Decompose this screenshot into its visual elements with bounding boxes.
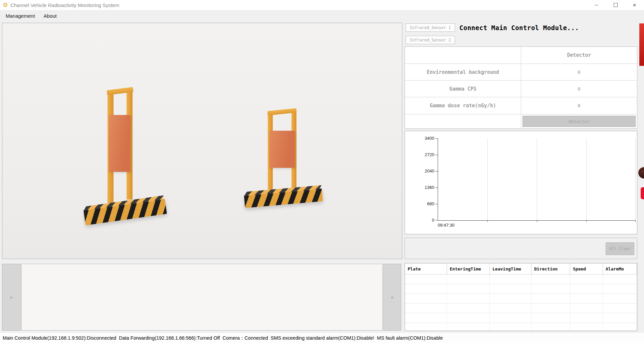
vehicle-cell xyxy=(603,274,637,284)
vehicle-cell xyxy=(603,323,637,331)
vehicle-cell xyxy=(603,313,637,323)
vehicle-cell xyxy=(531,274,570,284)
detector-readings-table: Detector Environmental background 0 Gamm… xyxy=(405,46,637,129)
reading-value: 0 xyxy=(521,64,637,80)
maximize-button[interactable] xyxy=(606,0,625,10)
app-window: ⚙ Channel Vehicle Radioactivity Monitori… xyxy=(0,0,644,343)
chart-y-tick xyxy=(435,188,438,188)
menu-item-about[interactable]: About xyxy=(39,10,61,21)
close-icon: ✕ xyxy=(633,3,636,8)
vehicle-cell xyxy=(603,294,637,303)
vehicle-col-header-entering-time[interactable]: EnteringTime xyxy=(447,263,490,274)
chart-y-tick xyxy=(435,171,438,172)
chart-y-tick-label: 2040 xyxy=(414,168,434,174)
app-gear-icon: ⚙ xyxy=(3,2,8,8)
reading-value: 0 xyxy=(521,97,637,114)
vehicle-cell xyxy=(570,294,603,303)
vehicle-cell xyxy=(570,323,603,331)
vehicle-cell xyxy=(531,294,570,303)
vehicle-table-row xyxy=(405,284,637,294)
vehicle-col-header-speed[interactable]: Speed xyxy=(570,263,603,274)
external-dark-circle xyxy=(638,167,644,179)
detector-hazard-base xyxy=(244,189,323,208)
vehicle-cell xyxy=(405,304,447,313)
chart-x-tick xyxy=(586,220,587,222)
reading-row-label: Environmental background xyxy=(405,64,521,80)
vehicle-table: Plate EnteringTime LeavingTime Direction… xyxy=(405,263,637,331)
vehicle-cell xyxy=(570,313,603,323)
vehicle-cell xyxy=(570,284,603,294)
readings-corner-cell xyxy=(405,47,521,64)
vehicle-cell xyxy=(405,294,447,303)
vehicle-cell xyxy=(570,304,603,313)
vehicle-cell xyxy=(405,323,447,331)
vehicle-col-header-leaving-time[interactable]: LeavingTime xyxy=(490,263,531,274)
chart-x-tick xyxy=(537,220,537,222)
vehicle-cell xyxy=(447,323,490,331)
chart-gridline xyxy=(487,138,488,220)
vehicle-cell xyxy=(531,284,570,294)
vehicle-cell xyxy=(490,304,531,313)
detector-hazard-base xyxy=(83,199,167,225)
vehicle-cell xyxy=(405,313,447,323)
chart-gridline xyxy=(586,138,587,220)
window-controls: ✕ xyxy=(587,0,644,10)
vehicle-col-header-direction[interactable]: Direction xyxy=(531,263,570,274)
vehicle-cell xyxy=(447,304,490,313)
strip-scroll-left-button[interactable]: » xyxy=(2,264,21,331)
detector-button-cell: Detector xyxy=(521,114,637,128)
chevron-left-icon: « xyxy=(391,295,394,300)
status-bar-text: Main Control Module(192.168.1.9:502):Dis… xyxy=(3,335,443,341)
strip-scroll-right-button[interactable]: « xyxy=(383,264,401,331)
vehicle-cell xyxy=(447,294,490,303)
camera-view-panel xyxy=(2,23,402,259)
vehicle-col-header-plate[interactable]: Plate xyxy=(405,263,447,274)
menu-bar: Management About xyxy=(0,10,644,21)
chart-plot-area xyxy=(438,138,636,221)
close-button[interactable]: ✕ xyxy=(625,0,644,10)
vehicle-cell xyxy=(531,313,570,323)
chevron-right-icon: » xyxy=(10,295,13,300)
vehicle-cell xyxy=(447,274,490,284)
reading-value: 0 xyxy=(521,81,637,97)
vehicle-cell xyxy=(603,284,637,294)
vehicle-table-row xyxy=(405,304,637,313)
vehicle-cell xyxy=(531,304,570,313)
all-clear-button[interactable]: All Clear xyxy=(606,242,634,255)
external-red-bar xyxy=(639,23,644,66)
chart-y-tick xyxy=(435,155,438,155)
vehicle-table-row xyxy=(405,313,637,323)
infrared-sensor-1-button[interactable]: Infrared_Sensor 1 xyxy=(406,23,455,32)
vehicle-table-row xyxy=(405,274,637,284)
vehicle-cell xyxy=(447,284,490,294)
portal-detector-right xyxy=(243,107,330,217)
chart-x-tick xyxy=(635,220,636,222)
chart-y-tick xyxy=(435,220,438,220)
detector-button[interactable]: Detector xyxy=(522,116,636,127)
title-bar: ⚙ Channel Vehicle Radioactivity Monitori… xyxy=(0,0,644,10)
chart-y-tick xyxy=(435,204,438,204)
vehicle-col-header-alarm-mode[interactable]: AlarmMo xyxy=(603,263,637,274)
radiation-chart-panel: 3400 2720 2040 1360 680 0 09:47:30 xyxy=(405,131,637,234)
chart-y-tick xyxy=(435,138,438,139)
portal-detector-left xyxy=(82,87,179,244)
vehicle-table-row xyxy=(405,294,637,304)
infrared-sensor-2-button[interactable]: Infrared_Sensor 2 xyxy=(406,36,455,44)
vehicle-table-row xyxy=(405,323,637,331)
readings-column-header: Detector xyxy=(521,47,637,64)
vehicle-cell xyxy=(531,323,570,331)
readings-footer-cell xyxy=(405,114,521,128)
chart-x-tick xyxy=(487,220,488,222)
reading-row-label: Gamma dose rate(nGy/h) xyxy=(405,97,521,114)
main-control-status-message: Connect Main Control Module... xyxy=(459,24,579,31)
menu-item-management[interactable]: Management xyxy=(1,10,39,21)
detector-sensor-panel xyxy=(269,131,295,168)
vehicle-cell xyxy=(570,274,603,284)
media-strip-content xyxy=(21,264,383,331)
vehicle-cell xyxy=(405,284,447,294)
minimize-button[interactable] xyxy=(587,0,606,10)
chart-y-tick-label: 2720 xyxy=(414,152,434,157)
vehicle-cell xyxy=(603,304,637,313)
vehicle-cell xyxy=(405,274,447,284)
reading-row-label: Gamma CPS xyxy=(405,81,521,97)
